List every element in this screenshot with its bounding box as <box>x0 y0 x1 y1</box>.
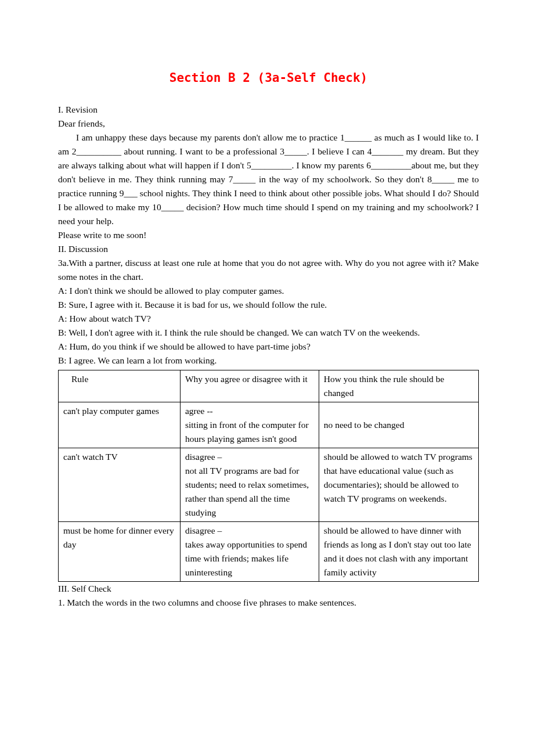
table-cell: should be allowed to have dinner with fr… <box>319 522 478 582</box>
table-header-cell: How you think the rule should be changed <box>319 370 478 402</box>
table-cell: disagree –takes away opportunities to sp… <box>180 522 319 582</box>
section-1-heading: I. Revision <box>58 103 479 117</box>
letter-closing: Please write to me soon! <box>58 228 479 242</box>
letter-greeting: Dear friends, <box>58 117 479 131</box>
dialog-line: A: I don't think we should be allowed to… <box>58 284 479 298</box>
table-cell: can't watch TV <box>59 448 181 521</box>
page-root: Section B 2 (3a-Self Check) I. Revision … <box>0 0 534 756</box>
dialog-line: B: Well, I don't agree with it. I think … <box>58 326 479 340</box>
section-2-heading: II. Discussion <box>58 242 479 256</box>
document-title: Section B 2 (3a-Self Check) <box>58 69 479 88</box>
dialog-text: B: Well, I don't agree with it. I think … <box>58 326 479 340</box>
table-header-cell: Why you agree or disagree with it <box>180 370 319 402</box>
cell-text: no need to be changed <box>324 420 405 430</box>
letter-body: I am unhappy these days because my paren… <box>58 131 479 228</box>
section-3-heading: III. Self Check <box>58 582 479 596</box>
table-header-row: Rule Why you agree or disagree with it H… <box>59 370 479 402</box>
header-text: Rule <box>63 372 176 386</box>
rules-table: Rule Why you agree or disagree with it H… <box>58 370 479 582</box>
discussion-prompt: 3a.With a partner, discuss at least one … <box>58 256 479 284</box>
dialog-line: B: I agree. We can learn a lot from work… <box>58 354 479 368</box>
table-row: can't watch TV disagree –not all TV prog… <box>59 448 479 521</box>
table-cell: no need to be changed <box>319 402 478 448</box>
table-cell: should be allowed to watch TV programs t… <box>319 448 478 521</box>
dialog-line: A: Hum, do you think if we should be all… <box>58 340 479 354</box>
table-header-cell: Rule <box>59 370 181 402</box>
dialog-line: B: Sure, I agree with it. Because it is … <box>58 298 479 312</box>
table-cell: can't play computer games <box>59 402 181 448</box>
table-cell: must be home for dinner every day <box>59 522 181 582</box>
table-cell: disagree –not all TV programs are bad fo… <box>180 448 319 521</box>
dialog-line: A: How about watch TV? <box>58 312 479 326</box>
table-row: can't play computer games agree --sittin… <box>59 402 479 448</box>
self-check-item: 1. Match the words in the two columns an… <box>58 596 479 610</box>
table-cell: agree --sitting in front of the computer… <box>180 402 319 448</box>
table-row: must be home for dinner every day disagr… <box>59 522 479 582</box>
